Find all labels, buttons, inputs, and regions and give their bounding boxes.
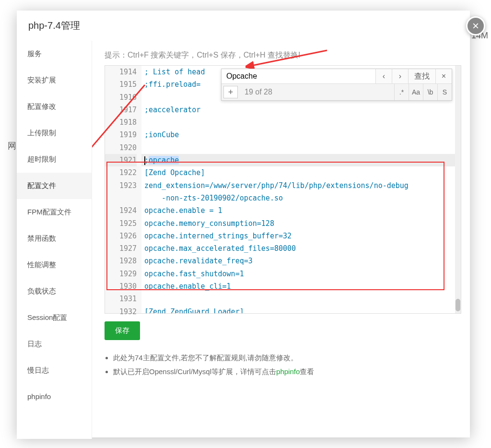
bg-text-left: 网 [8, 140, 16, 152]
search-opt-word[interactable]: \b [423, 84, 437, 100]
code-line[interactable]: -non-zts-20190902/opcache.so [141, 192, 455, 204]
search-next-button[interactable]: › [392, 69, 408, 83]
gutter-line-number: 1914 [105, 66, 137, 78]
gutter-line-number: 1916 [105, 91, 137, 104]
code-line[interactable]: opcache.max_accelerated_files=80000 [141, 242, 455, 255]
search-opt-regex[interactable]: .* [394, 84, 409, 100]
gutter-line-number: 1931 [105, 293, 137, 305]
gutter-line-number: 1922 [105, 166, 137, 179]
editor-gutter: 1914191519161917191819191920192119221923… [105, 66, 141, 313]
code-line[interactable] [141, 116, 455, 129]
gutter-line-number: 1919 [105, 129, 137, 141]
code-line[interactable]: opcache.enable = 1 [141, 204, 455, 217]
sidebar-item[interactable]: 配置文件 [17, 173, 92, 199]
code-line[interactable]: ;eaccelerator [141, 104, 455, 116]
search-close-button[interactable]: × [435, 69, 452, 83]
gutter-line-number: 1921 [105, 154, 137, 166]
code-line[interactable]: [Zend ZendGuard Loader] [141, 306, 455, 313]
content-pane: 提示：Ctrl+F 搜索关键字，Ctrl+S 保存，Ctrl+H 查找替换! 1… [92, 41, 470, 439]
gutter-line-number: 1924 [105, 204, 137, 217]
search-count: 19 of 28 [240, 84, 394, 100]
sidebar-item[interactable]: 性能调整 [17, 252, 92, 278]
code-line[interactable]: opcache.interned_strings_buffer=32 [141, 230, 455, 242]
code-line[interactable]: [Zend Opcache] [141, 166, 455, 179]
phpinfo-link[interactable]: phpinfo [276, 367, 300, 376]
modal-title: php-7.4管理 [17, 11, 470, 41]
search-panel: ‹ › 查找 × + 19 of 28 .* Aa \b S [221, 69, 452, 101]
gutter-line-number: 1917 [105, 104, 137, 116]
editor-code-area[interactable]: ; List of head;ffi.preload= ;eaccelerato… [141, 66, 455, 313]
gutter-line-number: 1926 [105, 230, 137, 242]
note-item: 默认已开启Openssl/Curl/Mysql等扩展，详情可点击phpinfo查… [113, 367, 461, 377]
sidebar-item[interactable]: 禁用函数 [17, 225, 92, 252]
editor-scrollthumb[interactable] [456, 299, 460, 311]
sidebar-item[interactable]: 安装扩展 [17, 67, 92, 94]
code-line[interactable] [141, 293, 455, 305]
sidebar-item[interactable]: 慢日志 [17, 357, 92, 384]
tip-text: 提示：Ctrl+F 搜索关键字，Ctrl+S 保存，Ctrl+H 查找替换! [105, 50, 461, 60]
sidebar-item[interactable]: FPM配置文件 [17, 199, 92, 225]
gutter-line-number [105, 192, 137, 204]
gutter-line-number: 1918 [105, 116, 137, 129]
code-editor[interactable]: 1914191519161917191819191920192119221923… [105, 65, 461, 314]
sidebar-item[interactable]: 服务 [17, 41, 92, 67]
gutter-line-number: 1920 [105, 141, 137, 154]
modal-dialog: × php-7.4管理 服务安装扩展配置修改上传限制超时限制配置文件FPM配置文… [17, 11, 470, 437]
code-line[interactable]: opcache.memory_consumption=128 [141, 217, 455, 230]
search-opt-selection[interactable]: S [437, 84, 452, 100]
search-find-button[interactable]: 查找 [408, 69, 435, 83]
search-opt-case[interactable]: Aa [409, 84, 423, 100]
note-text: 默认已开启Openssl/Curl/Mysql等扩展，详情可点击 [113, 367, 276, 376]
save-button[interactable]: 保存 [105, 321, 140, 340]
gutter-line-number: 1915 [105, 78, 137, 91]
code-line[interactable]: opcache.revalidate_freq=3 [141, 255, 455, 267]
sidebar-item[interactable]: 配置修改 [17, 94, 92, 120]
gutter-line-number: 1923 [105, 179, 137, 192]
sidebar-item[interactable]: 日志 [17, 331, 92, 357]
note-text: 查看 [300, 367, 314, 376]
note-item: 此处为74主配置文件,若您不了解配置规则,请勿随意修改。 [113, 354, 461, 363]
close-icon[interactable]: × [466, 16, 485, 35]
code-line[interactable]: ;opcache [141, 154, 455, 166]
gutter-line-number: 1930 [105, 280, 137, 293]
sidebar-item[interactable]: Session配置 [17, 305, 92, 331]
code-line[interactable]: zend_extension=/www/server/php/74/lib/ph… [141, 179, 455, 192]
notes-list: 此处为74主配置文件,若您不了解配置规则,请勿随意修改。 默认已开启Openss… [105, 354, 461, 377]
search-expand-button[interactable]: + [223, 86, 238, 98]
gutter-line-number: 1929 [105, 268, 137, 280]
search-input[interactable] [222, 69, 375, 83]
editor-scrollbar[interactable] [455, 66, 461, 313]
code-line[interactable]: ;ionCube [141, 129, 455, 141]
gutter-line-number: 1928 [105, 255, 137, 267]
sidebar-item[interactable]: 负载状态 [17, 278, 92, 305]
gutter-line-number: 1927 [105, 242, 137, 255]
sidebar-item[interactable]: 上传限制 [17, 120, 92, 146]
gutter-line-number: 1932 [105, 306, 137, 318]
sidebar: 服务安装扩展配置修改上传限制超时限制配置文件FPM配置文件禁用函数性能调整负载状… [17, 41, 92, 439]
search-prev-button[interactable]: ‹ [375, 69, 392, 83]
sidebar-item[interactable]: 超时限制 [17, 146, 92, 173]
gutter-line-number: 1925 [105, 217, 137, 230]
code-line[interactable]: opcache.fast_shutdown=1 [141, 268, 455, 280]
code-line[interactable]: opcache.enable_cli=1 [141, 280, 455, 293]
code-line[interactable] [141, 141, 455, 154]
sidebar-item[interactable]: phpinfo [17, 384, 92, 409]
